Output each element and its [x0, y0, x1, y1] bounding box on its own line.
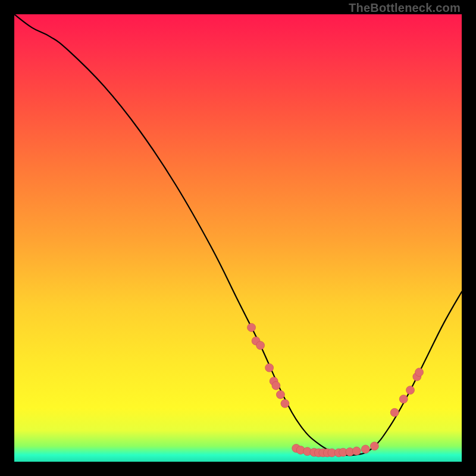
- curve-marker: [415, 368, 424, 377]
- curve-marker: [272, 381, 280, 390]
- plot-area: [14, 14, 462, 462]
- curve-marker: [406, 386, 415, 394]
- watermark-label: TheBottleneck.com: [349, 1, 461, 15]
- curve-marker: [265, 364, 274, 372]
- curve-marker: [352, 447, 361, 455]
- curve-marker: [399, 395, 408, 403]
- curve-svg: [14, 14, 462, 462]
- curve-marker: [281, 399, 289, 408]
- curve-marker: [390, 408, 399, 416]
- curve-marker: [361, 445, 369, 453]
- curve-marker: [370, 442, 378, 450]
- curve-marker: [276, 390, 284, 399]
- curve-marker: [248, 323, 256, 331]
- chart-frame: TheBottleneck.com: [0, 0, 476, 476]
- curve-markers: [248, 323, 424, 457]
- bottleneck-curve: [14, 14, 462, 455]
- curve-marker: [256, 341, 265, 349]
